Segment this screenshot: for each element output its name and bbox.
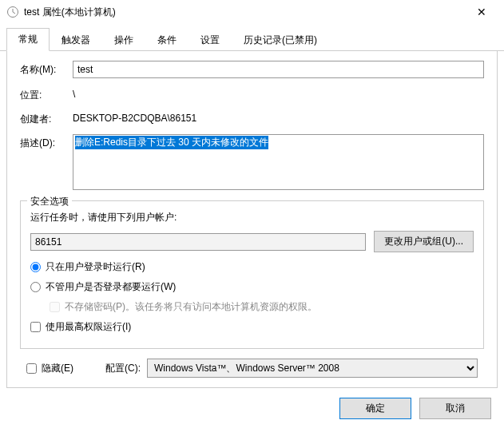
location-label: 位置: [20,86,73,102]
radio-logged-on-label[interactable]: 只在用户登录时运行(R) [46,260,145,274]
tab-history[interactable]: 历史记录(已禁用) [232,29,329,51]
name-input[interactable] [73,61,484,78]
hidden-checkbox[interactable] [26,363,37,374]
dialog-footer: 确定 取消 [0,388,504,428]
creator-label: 创建者: [20,110,73,126]
tab-content-general: 名称(M): 位置: \ 创建者: DESKTOP-B2CDQBA\86151 … [6,51,498,388]
tab-actions[interactable]: 操作 [102,29,145,51]
window-title: test 属性(本地计算机) [24,6,466,19]
clock-icon [6,6,19,18]
cancel-button[interactable]: 取消 [419,398,491,419]
tabs: 常规 触发器 操作 条件 设置 历史记录(已禁用) [0,24,504,51]
no-store-password-label: 不存储密码(P)。该任务将只有访问本地计算机资源的权限。 [65,300,317,314]
name-label: 名称(M): [20,61,73,77]
change-user-button[interactable]: 更改用户或组(U)... [374,231,474,252]
location-value: \ [73,86,484,100]
security-options: 安全选项 运行任务时，请使用下列用户帐户: 更改用户或组(U)... 只在用户登… [20,200,484,349]
config-select[interactable]: Windows Vista™、Windows Server™ 2008 [147,359,478,378]
highest-privileges-label[interactable]: 使用最高权限运行(I) [46,320,131,334]
runas-label: 运行任务时，请使用下列用户帐户: [30,211,474,224]
radio-run-any-label[interactable]: 不管用户是否登录都要运行(W) [46,280,176,294]
config-label: 配置(C): [105,362,141,375]
security-legend: 安全选项 [27,195,72,208]
no-store-password-checkbox [50,302,60,312]
radio-logged-on[interactable] [30,262,41,272]
highest-privileges-checkbox[interactable] [30,322,41,332]
tab-settings[interactable]: 设置 [189,29,232,51]
tab-triggers[interactable]: 触发器 [50,29,102,51]
tab-conditions[interactable]: 条件 [145,29,189,51]
titlebar: test 属性(本地计算机) ✕ [0,0,504,24]
description-label: 描述(D): [20,134,73,150]
description-input[interactable] [73,134,484,190]
tab-general[interactable]: 常规 [6,28,50,51]
close-button[interactable]: ✕ [466,6,498,18]
hidden-label[interactable]: 隐藏(E) [42,362,73,375]
creator-value: DESKTOP-B2CDQBA\86151 [73,110,484,124]
ok-button[interactable]: 确定 [339,398,411,419]
radio-run-any[interactable] [30,282,41,292]
runas-user-input[interactable] [30,233,366,251]
